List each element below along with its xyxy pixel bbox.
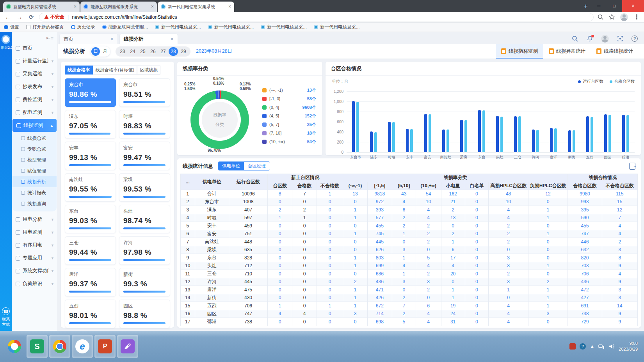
- value-cell[interactable]: 6: [441, 246, 465, 254]
- value-cell[interactable]: 2: [392, 310, 416, 318]
- value-cell[interactable]: 0: [465, 190, 489, 198]
- region-card[interactable]: 梁垛99.53 %: [119, 173, 170, 202]
- value-cell[interactable]: 0: [268, 198, 292, 206]
- value-cell[interactable]: 0: [465, 278, 489, 286]
- value-cell[interactable]: 2: [489, 230, 528, 238]
- sidebar-item[interactable]: 采集运维▼: [12, 67, 57, 80]
- value-cell[interactable]: 395: [568, 206, 602, 214]
- region-card[interactable]: 东台市98.51 %: [119, 78, 170, 107]
- value-cell[interactable]: 12: [528, 190, 568, 198]
- tray-help-icon[interactable]: ?: [580, 343, 586, 350]
- new-tab-button[interactable]: +: [581, 3, 591, 11]
- table-column-header[interactable]: (-∞,-1): [343, 182, 368, 190]
- sidebar-subitem[interactable]: 赋值管理: [12, 165, 57, 176]
- legend-item[interactable]: (5, 7]25个: [262, 120, 316, 129]
- value-cell[interactable]: 699: [367, 262, 392, 270]
- value-cell[interactable]: 577: [367, 214, 392, 222]
- value-cell[interactable]: 455: [367, 222, 392, 230]
- value-cell[interactable]: 1: [528, 230, 568, 238]
- help-icon[interactable]: ?: [632, 35, 638, 42]
- workspace-tab[interactable]: 线损分析✕: [119, 34, 178, 44]
- value-cell[interactable]: 4: [489, 310, 528, 318]
- sidebar-item[interactable]: 首页: [12, 42, 57, 55]
- bookmark-item[interactable]: 能源互联网营销服...: [102, 24, 148, 30]
- value-cell[interactable]: 4: [416, 206, 441, 214]
- value-cell[interactable]: 0: [489, 294, 528, 302]
- value-cell[interactable]: 0: [317, 294, 343, 302]
- value-cell[interactable]: 31: [441, 318, 465, 326]
- value-cell[interactable]: 2: [416, 238, 441, 246]
- value-cell[interactable]: 4: [602, 222, 637, 230]
- value-cell[interactable]: 3: [602, 286, 637, 294]
- value-cell[interactable]: 10: [489, 198, 528, 206]
- bookmark-star-icon[interactable]: [609, 14, 615, 20]
- sidebar-subitem[interactable]: 线损分析: [12, 176, 57, 187]
- value-cell[interactable]: 14: [602, 302, 637, 310]
- maximize-button[interactable]: □: [607, 0, 622, 12]
- value-cell[interactable]: 729: [568, 318, 602, 326]
- value-cell[interactable]: 0: [441, 278, 465, 286]
- value-cell[interactable]: 4: [441, 262, 465, 270]
- value-cell[interactable]: 0: [465, 198, 489, 206]
- value-cell[interactable]: 2: [392, 294, 416, 302]
- value-cell[interactable]: 0: [465, 246, 489, 254]
- value-cell[interactable]: 0: [268, 262, 292, 270]
- bar-group[interactable]: [400, 91, 418, 152]
- value-cell[interactable]: 0: [441, 222, 465, 230]
- bar-group[interactable]: [544, 91, 562, 152]
- sidebar-item[interactable]: 系统支撑功能▼: [12, 264, 57, 277]
- value-cell[interactable]: 6: [416, 302, 441, 310]
- value-cell[interactable]: 0: [465, 286, 489, 294]
- workspace-tab[interactable]: 首页✕: [59, 34, 118, 44]
- value-cell[interactable]: 21: [441, 198, 465, 206]
- value-cell[interactable]: 0: [268, 222, 292, 230]
- contact-widget[interactable]: ☎ 联系 方式: [0, 307, 12, 327]
- bar-group[interactable]: [509, 91, 527, 152]
- bookmark-item[interactable]: 新一代用电信息采...: [208, 24, 254, 30]
- value-cell[interactable]: 1: [392, 270, 416, 278]
- value-cell[interactable]: 5: [392, 318, 416, 326]
- value-cell[interactable]: 803: [367, 254, 392, 262]
- day-button[interactable]: 23: [118, 47, 127, 56]
- value-cell[interactable]: 472: [568, 286, 602, 294]
- value-cell[interactable]: 0: [317, 286, 343, 294]
- region-tab[interactable]: 线损合格率(目标值): [93, 66, 137, 75]
- value-cell[interactable]: 0: [528, 254, 568, 262]
- region-card[interactable]: 溱东97.05 %: [65, 110, 116, 138]
- table-column-header[interactable]: ...: [181, 174, 195, 190]
- day-button[interactable]: 28: [169, 47, 178, 56]
- value-cell[interactable]: 10: [416, 198, 441, 206]
- value-cell[interactable]: 2: [441, 206, 465, 214]
- value-cell[interactable]: 2: [528, 278, 568, 286]
- value-cell[interactable]: 0: [528, 270, 568, 278]
- value-cell[interactable]: 20: [441, 270, 465, 278]
- sidebar-item[interactable]: 用电监测▼: [12, 226, 57, 239]
- value-cell[interactable]: 0: [317, 278, 343, 286]
- legend-item[interactable]: [-1, 0]58个: [262, 94, 316, 103]
- export-icon[interactable]: [629, 163, 635, 170]
- minimize-button[interactable]: ─: [591, 0, 607, 12]
- value-cell[interactable]: 3: [489, 262, 528, 270]
- value-cell[interactable]: 3: [416, 278, 441, 286]
- value-cell[interactable]: 7: [392, 302, 416, 310]
- value-cell[interactable]: 2: [416, 222, 441, 230]
- value-cell[interactable]: 0: [343, 198, 368, 206]
- value-cell[interactable]: 4: [489, 302, 528, 310]
- sidebar-subitem[interactable]: 线损总览: [12, 133, 57, 144]
- sidebar-item[interactable]: 用电分析▼: [12, 213, 57, 226]
- value-cell[interactable]: 3: [392, 246, 416, 254]
- value-cell[interactable]: 1: [528, 302, 568, 310]
- value-cell[interactable]: 0: [268, 246, 292, 254]
- value-cell[interactable]: 162: [441, 190, 465, 198]
- value-cell[interactable]: 590: [568, 214, 602, 222]
- value-cell[interactable]: 0: [317, 214, 343, 222]
- region-card[interactable]: 头灶98.74 %: [119, 205, 170, 233]
- value-cell[interactable]: 0: [292, 318, 317, 326]
- bar-group[interactable]: [491, 91, 509, 152]
- region-card[interactable]: 五烈98.01 %: [65, 300, 116, 328]
- value-cell[interactable]: 471: [367, 286, 392, 294]
- value-cell[interactable]: 19: [441, 302, 465, 310]
- value-cell[interactable]: 0: [268, 318, 292, 326]
- value-cell[interactable]: 3: [489, 254, 528, 262]
- legend-item[interactable]: (0, 4]9608个: [262, 103, 316, 112]
